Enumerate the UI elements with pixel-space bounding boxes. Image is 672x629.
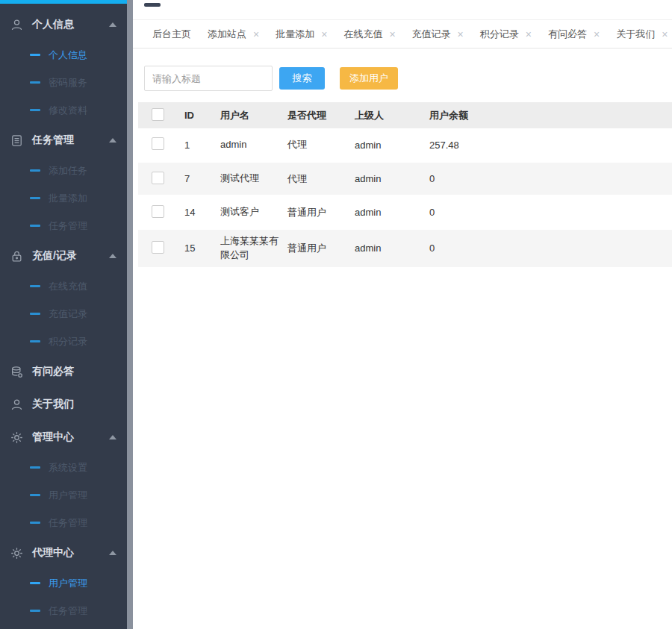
sidebar-item[interactable]: 密码服务	[0, 69, 127, 96]
sidebar-group[interactable]: 任务管理	[0, 124, 127, 157]
sidebar-item-label: 用户管理	[49, 489, 87, 502]
sidebar-item[interactable]: 个人信息	[0, 41, 127, 69]
table-row: 15上海某某某有限公司普通用户admin0	[138, 229, 672, 268]
tab-label: 有问必答	[548, 28, 587, 41]
sidebar-item[interactable]: 在线充值	[0, 272, 127, 300]
sidebar-scrollbar[interactable]	[127, 0, 133, 629]
sidebar-group[interactable]: 有问必答	[0, 355, 127, 388]
sidebar-item[interactable]: 修改资料	[0, 96, 127, 124]
menu-toggle-icon[interactable]	[144, 3, 161, 7]
dash-icon	[30, 466, 40, 469]
dash-icon	[30, 54, 40, 56]
close-icon[interactable]: ×	[594, 29, 600, 40]
toolbar: 搜索 添加用户	[144, 66, 672, 91]
sidebar-group-label: 代理中心	[32, 546, 74, 560]
add-user-button[interactable]: 添加用户	[340, 67, 398, 90]
dash-icon	[30, 109, 40, 111]
chevron-up-icon	[109, 138, 116, 143]
close-icon[interactable]: ×	[389, 29, 395, 40]
user-table-wrap: ID用户名是否代理上级人用户余额 1admin代理admin257.487测试代…	[138, 102, 672, 269]
tab-后台主页[interactable]: 后台主页	[144, 28, 199, 41]
sidebar-group[interactable]: 关于我们	[0, 388, 127, 421]
cell-balance: 0	[429, 162, 672, 195]
dash-icon	[30, 225, 40, 227]
sidebar-menu: 个人信息个人信息密码服务修改资料任务管理添加任务批量添加任务管理充值/记录在线充…	[0, 4, 127, 625]
cell-is_agent: 代理	[287, 162, 355, 195]
gear-icon	[10, 431, 23, 444]
tab-在线充值[interactable]: 在线充值×	[335, 28, 403, 41]
sidebar-item-label: 任务管理	[49, 516, 87, 530]
cell-id: 15	[184, 229, 220, 268]
row-checkbox-cell	[138, 162, 184, 195]
cell-balance: 257.48	[429, 128, 672, 162]
close-icon[interactable]: ×	[458, 29, 464, 40]
tab-label: 关于我们	[616, 28, 655, 41]
row-checkbox-cell	[138, 229, 184, 268]
document-icon	[10, 134, 23, 147]
sidebar-group[interactable]: 管理中心	[0, 421, 127, 454]
cell-parent: admin	[355, 195, 429, 229]
sidebar-item[interactable]: 积分记录	[0, 328, 127, 355]
tab-有问必答[interactable]: 有问必答×	[540, 28, 608, 41]
sidebar-item[interactable]: 添加任务	[0, 157, 127, 184]
sidebar-item[interactable]: 任务管理	[0, 597, 127, 625]
table-row: 14测试客户普通用户admin0	[138, 195, 672, 229]
cell-username: 测试代理	[220, 162, 287, 195]
sidebar-item-label: 积分记录	[49, 335, 87, 348]
sidebar-group[interactable]: 个人信息	[0, 8, 127, 41]
table-row: 7测试代理代理admin0	[138, 162, 672, 195]
close-icon[interactable]: ×	[526, 29, 532, 40]
row-checkbox[interactable]	[152, 172, 164, 184]
sidebar-group[interactable]: 代理中心	[0, 536, 127, 569]
sidebar-group-label: 管理中心	[32, 431, 74, 444]
row-checkbox[interactable]	[152, 241, 164, 254]
table-header-row: ID用户名是否代理上级人用户余额	[138, 102, 672, 128]
chevron-up-icon	[109, 254, 116, 258]
chevron-up-icon	[109, 22, 116, 27]
tab-关于我们[interactable]: 关于我们×	[608, 28, 672, 41]
tab-label: 充值记录	[412, 28, 451, 41]
top-header-bar	[133, 0, 672, 20]
sidebar-group-label: 个人信息	[32, 18, 74, 31]
close-icon[interactable]: ×	[321, 29, 327, 40]
row-checkbox-cell	[138, 195, 184, 229]
sidebar-item[interactable]: 任务管理	[0, 212, 127, 240]
column-header: 是否代理	[287, 102, 355, 128]
sidebar-item-label: 添加任务	[49, 164, 87, 178]
sidebar-item-label: 系统设置	[49, 461, 87, 475]
row-checkbox[interactable]	[152, 137, 164, 150]
dash-icon	[30, 169, 40, 172]
cell-parent: admin	[355, 128, 429, 162]
search-button[interactable]: 搜索	[279, 67, 325, 90]
table-body: 1admin代理admin257.487测试代理代理admin014测试客户普通…	[138, 128, 672, 268]
select-all-checkbox[interactable]	[152, 108, 164, 121]
close-icon[interactable]: ×	[253, 29, 259, 40]
close-icon[interactable]: ×	[662, 29, 668, 40]
sidebar-group[interactable]: 充值/记录	[0, 240, 127, 272]
cell-username: 上海某某某有限公司	[220, 229, 287, 268]
sidebar-item[interactable]: 用户管理	[0, 481, 127, 509]
cell-id: 7	[184, 162, 220, 195]
cell-parent: admin	[355, 162, 429, 195]
sidebar-item[interactable]: 任务管理	[0, 509, 127, 536]
tab-充值记录[interactable]: 充值记录×	[404, 28, 472, 41]
row-checkbox[interactable]	[152, 205, 164, 218]
dash-icon	[30, 197, 40, 199]
sidebar-item-label: 用户管理	[49, 577, 87, 590]
sidebar-item-label: 个人信息	[49, 48, 87, 62]
sidebar-item[interactable]: 充值记录	[0, 300, 127, 328]
dash-icon	[30, 285, 40, 287]
tab-添加站点[interactable]: 添加站点×	[199, 28, 267, 41]
sidebar-item[interactable]: 批量添加	[0, 184, 127, 212]
sidebar-item-label: 在线充值	[49, 280, 87, 293]
user-icon	[10, 398, 23, 411]
sidebar-item[interactable]: 用户管理	[0, 569, 127, 597]
cell-username: 测试客户	[220, 195, 287, 229]
tab-积分记录[interactable]: 积分记录×	[472, 28, 540, 41]
tab-批量添加[interactable]: 批量添加×	[267, 28, 335, 41]
cell-parent: admin	[355, 229, 429, 268]
tab-label: 批量添加	[276, 28, 314, 41]
dash-icon	[30, 494, 40, 496]
sidebar-item[interactable]: 系统设置	[0, 454, 127, 481]
search-input[interactable]	[144, 66, 273, 91]
